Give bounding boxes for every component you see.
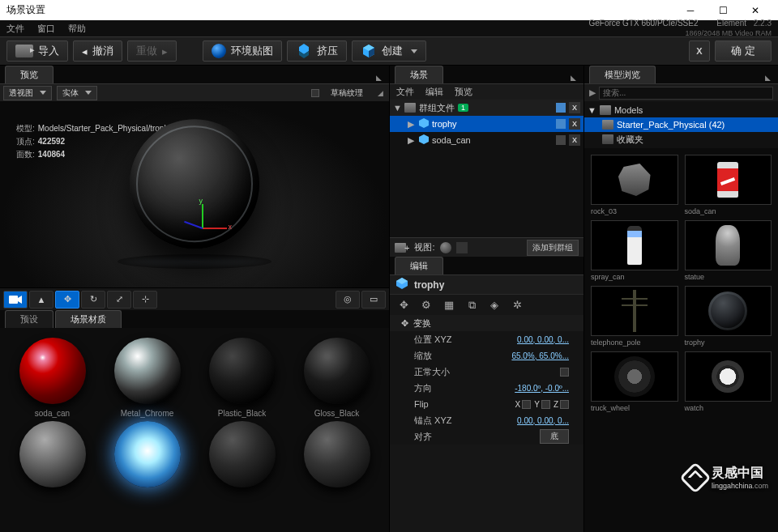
cancel-button[interactable]: X bbox=[689, 40, 710, 62]
material-item[interactable]: Metal_Chrome bbox=[101, 338, 193, 418]
thumb-item[interactable]: watch bbox=[685, 351, 772, 412]
close-button[interactable]: ✕ bbox=[739, 0, 772, 20]
ok-button[interactable]: 确 定 bbox=[715, 40, 772, 62]
axis-gizmo[interactable]: xy bbox=[203, 228, 203, 228]
tree-folder-selected[interactable]: Starter_Pack_Physical (42) bbox=[584, 117, 778, 132]
thumb-item[interactable]: rock_03 bbox=[591, 155, 678, 215]
camera-tool[interactable] bbox=[3, 291, 28, 309]
material-item[interactable]: Plastic_Black bbox=[196, 338, 288, 418]
tab-scene-materials[interactable]: 场景材质 bbox=[55, 310, 122, 328]
material-item[interactable] bbox=[101, 421, 193, 487]
twisty-icon[interactable]: ▶ bbox=[589, 87, 596, 98]
redo-button[interactable]: 重做 ▸ bbox=[127, 40, 177, 62]
twisty-icon[interactable]: ▼ bbox=[588, 105, 596, 115]
menu-help[interactable]: 帮助 bbox=[68, 23, 86, 35]
twisty-icon[interactable]: ▶ bbox=[408, 119, 416, 130]
tab-model-browser[interactable]: 模型浏览 bbox=[589, 66, 656, 83]
thumb-item[interactable]: soda_can bbox=[685, 155, 772, 215]
thumb-item[interactable]: telephone_pole bbox=[591, 286, 678, 347]
position-value[interactable]: 0.00, 0.00, 0... bbox=[517, 335, 569, 344]
settings-icon[interactable]: ✲ bbox=[508, 297, 526, 313]
scene-sub-preview[interactable]: 预览 bbox=[455, 86, 472, 98]
collapse-icon[interactable]: ◣ bbox=[762, 72, 773, 83]
gear-icon[interactable]: ⚙ bbox=[417, 297, 435, 313]
draft-checkbox[interactable] bbox=[311, 89, 319, 97]
checkbox[interactable] bbox=[560, 368, 569, 377]
scale-value[interactable]: 65.0%, 65.0%... bbox=[511, 351, 569, 360]
search-input[interactable] bbox=[599, 87, 773, 100]
undo-button[interactable]: ◂ 撤消 bbox=[73, 40, 122, 62]
thumb-item[interactable]: truck_wheel bbox=[591, 351, 678, 412]
extrude-button[interactable]: 挤压 bbox=[287, 40, 347, 62]
viewport-3d[interactable]: 模型:Models/Starter_Pack_Physical/trophy.o… bbox=[0, 101, 389, 287]
tree-root[interactable]: ▼Models bbox=[584, 103, 778, 117]
environment-button[interactable]: 环境贴图 bbox=[203, 40, 282, 62]
material-item[interactable] bbox=[196, 421, 288, 487]
thumb-item[interactable]: statue bbox=[685, 220, 772, 281]
import-button[interactable]: 导入 bbox=[6, 40, 68, 62]
align-bottom-button[interactable]: 底 bbox=[540, 429, 569, 444]
flip-x[interactable] bbox=[522, 400, 531, 409]
menu-window[interactable]: 窗口 bbox=[37, 23, 55, 35]
view-mode-select[interactable]: 透视图 bbox=[3, 86, 52, 100]
material-item[interactable] bbox=[6, 421, 98, 487]
create-button[interactable]: 创建 bbox=[352, 40, 426, 62]
thumb-item[interactable]: trophy bbox=[685, 286, 772, 347]
move-icon[interactable]: ✥ bbox=[395, 297, 413, 313]
scene-sub-file[interactable]: 文件 bbox=[396, 86, 414, 98]
orient-value[interactable]: -180.0º, -0.0º... bbox=[515, 384, 569, 393]
focus-tool[interactable]: ◎ bbox=[336, 291, 360, 309]
expand-icon[interactable]: ◢ bbox=[374, 87, 386, 99]
cube-icon bbox=[396, 278, 408, 292]
add-folder-icon[interactable]: + bbox=[395, 243, 409, 253]
visibility-toggle[interactable] bbox=[556, 135, 566, 145]
tree-item-trophy[interactable]: ▶ trophy X bbox=[390, 116, 584, 132]
material-tabs: 预设 场景材质 bbox=[0, 310, 389, 328]
move-tool[interactable]: ✥ bbox=[55, 291, 79, 309]
twisty-icon[interactable]: ▶ bbox=[408, 135, 416, 146]
delete-button[interactable]: X bbox=[569, 118, 580, 130]
scene-sub-edit[interactable]: 编辑 bbox=[425, 86, 443, 98]
target-icon[interactable]: ◈ bbox=[485, 297, 503, 313]
material-item[interactable]: Gloss_Black bbox=[291, 338, 383, 418]
visibility-toggle[interactable] bbox=[556, 119, 566, 129]
tab-preview[interactable]: 预览 bbox=[5, 66, 53, 83]
copy-icon[interactable]: ⧉ bbox=[463, 297, 481, 313]
rotate-tool[interactable]: ↻ bbox=[81, 291, 105, 309]
flip-y[interactable] bbox=[541, 400, 550, 409]
material-item[interactable]: soda_can bbox=[6, 338, 98, 418]
section-header[interactable]: ✥变换 bbox=[390, 315, 584, 331]
minimize-button[interactable]: ─ bbox=[674, 0, 707, 20]
texture-icon[interactable]: ▦ bbox=[440, 297, 458, 313]
sphere-view-icon[interactable] bbox=[440, 242, 451, 253]
delete-button[interactable]: X bbox=[569, 102, 580, 113]
import-label: 导入 bbox=[38, 44, 59, 58]
delete-button[interactable]: X bbox=[569, 134, 580, 146]
maximize-button[interactable]: ☐ bbox=[707, 0, 739, 20]
material-item[interactable] bbox=[291, 421, 383, 487]
collapse-icon[interactable]: ◣ bbox=[373, 72, 384, 83]
shade-mode-select[interactable]: 实体 bbox=[57, 86, 97, 100]
anchor-tool[interactable]: ⊹ bbox=[133, 291, 157, 309]
thumb-item[interactable]: spray_can bbox=[591, 220, 678, 281]
tree-favorites[interactable]: 收藏夹 bbox=[584, 132, 778, 147]
menu-file[interactable]: 文件 bbox=[6, 23, 24, 35]
flip-z[interactable] bbox=[560, 400, 569, 409]
add-to-group-button[interactable]: 添加到群组 bbox=[527, 240, 579, 256]
tab-presets[interactable]: 预设 bbox=[5, 310, 53, 328]
grid-view-icon[interactable] bbox=[456, 242, 468, 253]
display-tool[interactable]: ▭ bbox=[361, 291, 386, 309]
twisty-icon[interactable]: ▼ bbox=[393, 103, 401, 113]
item-label: soda_can bbox=[432, 135, 471, 145]
select-tool[interactable]: ▲ bbox=[29, 291, 53, 309]
tab-scene[interactable]: 场景 bbox=[395, 66, 443, 83]
tree-group[interactable]: ▼ 群组文件 1 X bbox=[390, 100, 584, 116]
group-label: 群组文件 bbox=[419, 102, 455, 114]
anchor-value[interactable]: 0.00, 0.00, 0... bbox=[517, 416, 569, 425]
visibility-toggle[interactable] bbox=[556, 103, 566, 113]
tree-item-sodacan[interactable]: ▶ soda_can X bbox=[390, 132, 584, 148]
cube-icon bbox=[419, 134, 429, 146]
tab-edit[interactable]: 编辑 bbox=[395, 257, 443, 275]
scale-tool[interactable]: ⤢ bbox=[107, 291, 131, 309]
collapse-icon[interactable]: ◣ bbox=[567, 72, 579, 83]
